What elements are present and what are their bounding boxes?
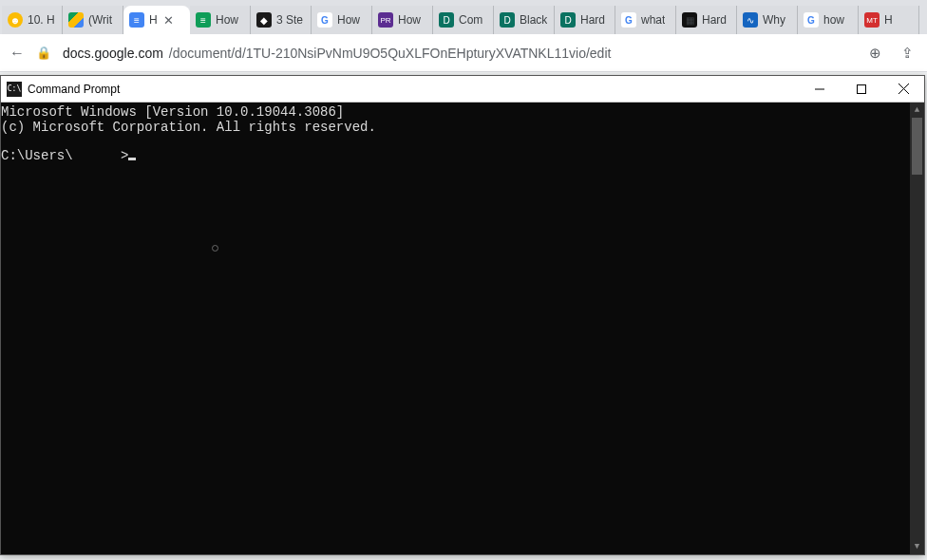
tab-favicon-icon: ▦ bbox=[682, 12, 697, 28]
tab-favicon-icon: ∿ bbox=[743, 12, 758, 28]
browser-tab[interactable]: ◆3 Ste bbox=[251, 6, 312, 34]
tab-title: How bbox=[398, 13, 421, 27]
tab-favicon-icon: G bbox=[621, 12, 636, 28]
maximize-button[interactable] bbox=[841, 76, 882, 102]
browser-tab[interactable]: ☻10. H bbox=[2, 6, 63, 34]
lock-icon[interactable]: 🔒 bbox=[36, 46, 51, 60]
close-button[interactable] bbox=[882, 76, 924, 102]
browser-tab[interactable]: DHard bbox=[555, 6, 615, 34]
scroll-thumb[interactable] bbox=[912, 118, 922, 175]
tab-title: how bbox=[823, 13, 844, 27]
tab-title: Hard bbox=[580, 13, 605, 27]
zoom-icon[interactable]: ⊕ bbox=[864, 45, 885, 62]
browser-tab[interactable]: ≡How bbox=[190, 6, 251, 34]
tab-title: Hard bbox=[702, 13, 727, 27]
tab-title: Why bbox=[763, 13, 785, 27]
cmd-app-icon: C:\ bbox=[7, 82, 22, 97]
window-controls bbox=[799, 76, 924, 102]
share-icon[interactable]: ⇪ bbox=[897, 45, 918, 62]
browser-tab[interactable]: ∿Why bbox=[737, 6, 798, 34]
browser-tab[interactable]: (Writ bbox=[63, 6, 123, 34]
tab-favicon-icon: G bbox=[317, 12, 332, 28]
tab-favicon-icon: D bbox=[500, 12, 515, 28]
browser-tab[interactable]: GHow bbox=[312, 6, 372, 34]
cmd-titlebar[interactable]: C:\ Command Prompt bbox=[1, 76, 924, 103]
tab-favicon-icon: PR bbox=[378, 12, 393, 28]
browser-tab[interactable]: MTH bbox=[859, 6, 919, 34]
command-prompt-window: C:\ Command Prompt Microsoft Windows [Ve… bbox=[0, 75, 925, 555]
cmd-prompt: C:\Users\ > bbox=[1, 148, 924, 163]
scroll-up-icon[interactable]: ▲ bbox=[910, 103, 924, 118]
minimize-button[interactable] bbox=[799, 76, 841, 102]
tab-title: How bbox=[337, 13, 360, 27]
tab-favicon-icon: ☻ bbox=[8, 12, 23, 28]
tab-title: Black bbox=[520, 13, 547, 27]
cursor-icon bbox=[128, 158, 136, 160]
browser-tab[interactable]: DCom bbox=[433, 6, 494, 34]
cmd-window-title: Command Prompt bbox=[28, 83, 799, 96]
tab-favicon-icon: MT bbox=[864, 12, 880, 28]
cmd-output-line: Microsoft Windows [Version 10.0.19044.30… bbox=[1, 104, 924, 120]
browser-tab[interactable]: ▦Hard bbox=[676, 6, 737, 34]
tab-close-icon[interactable]: ✕ bbox=[162, 13, 176, 27]
tab-title: what bbox=[641, 13, 665, 27]
browser-tab[interactable]: Gwhat bbox=[615, 6, 676, 34]
tab-title: Com bbox=[459, 13, 482, 27]
cmd-output-line: (c) Microsoft Corporation. All rights re… bbox=[1, 120, 924, 135]
url-path: /document/d/1TU-210NsiPvNmU9O5QuXLFOnEHp… bbox=[169, 46, 612, 61]
svg-rect-1 bbox=[858, 84, 866, 93]
browser-tab-strip: ☻10. H(Writ≡H✕≡How◆3 SteGHowPRHowDComDBl… bbox=[0, 0, 927, 34]
tab-favicon-icon: ≡ bbox=[196, 12, 211, 28]
url-domain: docs.google.com bbox=[63, 46, 163, 61]
address-bar: ← 🔒 docs.google.com/document/d/1TU-210Ns… bbox=[0, 34, 927, 72]
tab-favicon-icon: D bbox=[560, 12, 576, 28]
url-field[interactable]: docs.google.com/document/d/1TU-210NsiPvN… bbox=[63, 46, 853, 61]
browser-tab[interactable]: ≡H✕ bbox=[123, 6, 190, 34]
tab-favicon-icon: G bbox=[804, 12, 819, 28]
browser-tab[interactable]: Ghow bbox=[798, 6, 859, 34]
nav-back-icon[interactable]: ← bbox=[9, 45, 25, 62]
tab-title: How bbox=[216, 13, 238, 27]
scroll-down-icon[interactable]: ▼ bbox=[910, 539, 924, 554]
cmd-terminal-area[interactable]: Microsoft Windows [Version 10.0.19044.30… bbox=[1, 103, 924, 554]
tab-title: 3 Ste bbox=[276, 13, 303, 27]
tab-title: H bbox=[149, 13, 158, 27]
decoration-ring-icon bbox=[212, 245, 218, 252]
tab-favicon-icon bbox=[68, 12, 84, 28]
tab-favicon-icon: ◆ bbox=[256, 12, 272, 28]
tab-title: H bbox=[884, 13, 893, 27]
tab-title: (Writ bbox=[88, 13, 112, 27]
tab-favicon-icon: ≡ bbox=[129, 12, 144, 28]
tab-title: 10. H bbox=[28, 13, 55, 27]
scrollbar[interactable]: ▲ ▼ bbox=[910, 103, 924, 554]
tab-favicon-icon: D bbox=[439, 12, 454, 28]
browser-tab[interactable]: PRHow bbox=[372, 6, 433, 34]
browser-tab[interactable]: DBlack bbox=[494, 6, 555, 34]
